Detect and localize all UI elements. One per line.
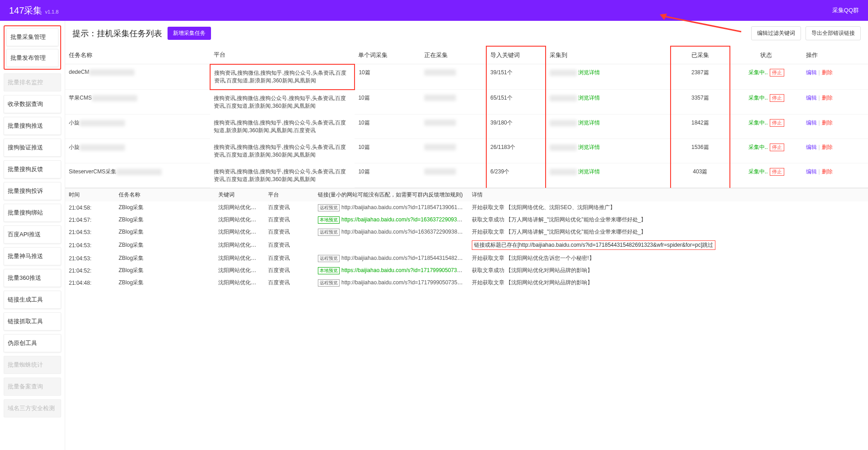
- col-per-word: 单个词采集: [355, 46, 420, 64]
- local-preview-badge[interactable]: 本地预览: [318, 267, 340, 274]
- delete-link[interactable]: 删除: [822, 168, 833, 175]
- sidebar-item-11[interactable]: 链接抓取工具: [4, 312, 61, 330]
- sidebar-item-3[interactable]: 搜狗验证推送: [4, 139, 61, 157]
- delete-link[interactable]: 删除: [822, 144, 833, 150]
- sidebar-item-1[interactable]: 收录数据查询: [4, 95, 61, 113]
- log-detail: 开始获取文章 【沈阳网站优化告诉您一个小秘密!】: [468, 252, 868, 264]
- cell-collect-to: xx 浏览详情: [546, 115, 671, 139]
- cell-status: 采集中..停止: [730, 163, 802, 188]
- browse-detail-link[interactable]: 浏览详情: [578, 95, 600, 101]
- log-row: 21:04:52:ZBlog采集沈阳网站优化价格百度资讯本地预览https://…: [65, 264, 868, 277]
- cell-status: 采集中..停止: [730, 90, 802, 115]
- remote-preview-badge[interactable]: 远程预览: [318, 279, 340, 287]
- sidebar-item-2[interactable]: 批量搜狗推送: [4, 117, 61, 135]
- log-platform: 百度资讯: [264, 201, 314, 214]
- page-title: 提示：挂机采集任务列表: [72, 28, 162, 39]
- cell-name: 小旋xxxx: [65, 139, 210, 163]
- col-keywords: 导入关键词: [486, 46, 546, 64]
- log-table: 时间 任务名称 关键词 平台 链接(量小的网站可能没有匹配，如需要可群内反馈增加…: [65, 188, 868, 289]
- qq-group-link[interactable]: 采集QQ群: [832, 7, 859, 14]
- sidebar-item-9[interactable]: 批量360推送: [4, 269, 61, 287]
- local-preview-badge[interactable]: 本地预览: [318, 216, 340, 224]
- log-detail-highlight: 链接或标题已存在[http://baijiahao.baidu.com/s?id…: [472, 240, 715, 250]
- stop-button[interactable]: 停止: [770, 119, 784, 127]
- stop-button[interactable]: 停止: [770, 94, 784, 102]
- cell-name: 苹果CMSxxxx: [65, 90, 210, 115]
- remote-preview-badge[interactable]: 远程预览: [318, 255, 340, 262]
- log-platform: 百度资讯: [264, 238, 314, 252]
- sidebar-item-8[interactable]: 批量神马推送: [4, 247, 61, 265]
- sidebar-item-0: 批量排名监控: [4, 73, 61, 91]
- log-detail: 开始获取文章 【万人网络讲解_"沈阳网站优化"能给企业带来哪些好处_】: [468, 226, 868, 238]
- log-detail: 开始获取文章 【沈阳网站优化对网站品牌的影响】: [468, 277, 868, 289]
- edit-link[interactable]: 编辑: [806, 95, 817, 101]
- toolbar: 提示：挂机采集任务列表 新增采集任务 编辑过滤关键词 导出全部错误链接: [65, 21, 868, 46]
- col-actions: 操作: [802, 46, 868, 64]
- log-time: 21:04:53:: [65, 226, 115, 238]
- edit-filter-button[interactable]: 编辑过滤关键词: [751, 26, 801, 40]
- cell-keywords: 65/151个: [486, 90, 546, 115]
- cell-perword: 10篇: [355, 139, 420, 163]
- sidebar-item-4[interactable]: 批量搜狗反馈: [4, 160, 61, 178]
- log-col-platform: 平台: [264, 188, 314, 201]
- log-platform: 百度资讯: [264, 226, 314, 238]
- log-col-detail: 详情: [468, 188, 868, 201]
- col-collecting: 正在采集: [421, 46, 486, 64]
- cell-collect-to: xx 浏览详情: [546, 90, 671, 115]
- edit-link[interactable]: 编辑: [806, 69, 817, 76]
- browse-detail-link[interactable]: 浏览详情: [578, 69, 600, 76]
- log-task: ZBlog采集: [115, 264, 215, 277]
- cell-status: 采集中..停止: [730, 139, 802, 163]
- main-content: 提示：挂机采集任务列表 新增采集任务 编辑过滤关键词 导出全部错误链接 任务名称…: [65, 21, 868, 450]
- sidebar-item-publish-manage[interactable]: 批量发布管理: [6, 49, 58, 67]
- cell-actions: 编辑|删除: [802, 163, 868, 188]
- sidebar-item-5[interactable]: 批量搜狗投诉: [4, 182, 61, 200]
- table-row: 苹果CMSxxxx搜狗资讯,搜狗微信,搜狗公众号,搜狗知乎,头条资讯,百度资讯,…: [65, 90, 868, 115]
- cell-platform: 搜狗资讯,搜狗微信,搜狗知乎,搜狗公众号,头条资讯,百度资讯,百度知道,新浪新闻…: [210, 163, 355, 188]
- cell-perword: 10篇: [355, 163, 420, 188]
- cell-collect-to: xx 浏览详情: [546, 139, 671, 163]
- cell-collect-to: xx 浏览详情: [546, 64, 671, 90]
- sidebar-item-10[interactable]: 链接生成工具: [4, 291, 61, 309]
- cell-perword: 10篇: [355, 115, 420, 139]
- new-task-button[interactable]: 新增采集任务: [168, 27, 211, 40]
- browse-detail-link[interactable]: 浏览详情: [578, 120, 600, 126]
- log-row: 21:04:53:ZBlog采集沈阳网站优化价格百度资讯链接或标题已存在[htt…: [65, 238, 868, 252]
- browse-detail-link[interactable]: 浏览详情: [578, 168, 600, 175]
- log-panel: 时间 任务名称 关键词 平台 链接(量小的网站可能没有匹配，如需要可群内反馈增加…: [65, 188, 868, 450]
- cell-collected: 1842篇: [671, 115, 730, 139]
- col-status: 状态: [730, 46, 802, 64]
- log-task: ZBlog采集: [115, 201, 215, 214]
- cell-collecting: xxx: [421, 115, 486, 139]
- log-detail: 链接或标题已存在[http://baijiahao.baidu.com/s?id…: [468, 238, 868, 252]
- delete-link[interactable]: 删除: [822, 69, 833, 76]
- log-col-link: 链接(量小的网站可能没有匹配，如需要可群内反馈增加规则): [314, 188, 468, 201]
- log-col-task: 任务名称: [115, 188, 215, 201]
- sidebar-item-7[interactable]: 百度API推送: [4, 225, 61, 244]
- col-platform: 平台: [210, 46, 355, 64]
- edit-link[interactable]: 编辑: [806, 120, 817, 126]
- sidebar-item-6[interactable]: 批量搜狗绑站: [4, 204, 61, 222]
- log-task: ZBlog采集: [115, 226, 215, 238]
- cell-name: SiteserverCMS采集xxxx: [65, 163, 210, 188]
- log-row: 21:04:53:ZBlog采集沈阳网站优化价格百度资讯远程预览http://b…: [65, 226, 868, 238]
- remote-preview-badge[interactable]: 远程预览: [318, 229, 340, 236]
- log-time: 21:04:57:: [65, 214, 115, 226]
- export-errors-button[interactable]: 导出全部错误链接: [806, 26, 861, 40]
- edit-link[interactable]: 编辑: [806, 168, 817, 175]
- remote-preview-badge[interactable]: 远程预览: [318, 204, 340, 211]
- delete-link[interactable]: 删除: [822, 95, 833, 101]
- stop-button[interactable]: 停止: [770, 144, 784, 151]
- sidebar-item-collect-manage[interactable]: 批量采集管理: [6, 28, 58, 46]
- stop-button[interactable]: 停止: [770, 168, 784, 176]
- delete-link[interactable]: 删除: [822, 120, 833, 126]
- browse-detail-link[interactable]: 浏览详情: [578, 144, 600, 150]
- log-time: 21:04:53:: [65, 252, 115, 264]
- log-detail: 获取文章成功 【沈阳网站优化对网站品牌的影响】: [468, 264, 868, 277]
- stop-button[interactable]: 停止: [770, 69, 784, 77]
- edit-link[interactable]: 编辑: [806, 144, 817, 150]
- cell-keywords: 39/180个: [486, 115, 546, 139]
- cell-platform: 搜狗资讯,搜狗微信,搜狗公众号,搜狗知乎,头条资讯,百度资讯,百度知道,新浪新闻…: [210, 90, 355, 115]
- cell-keywords: 6/239个: [486, 163, 546, 188]
- sidebar-item-12[interactable]: 伪原创工具: [4, 334, 61, 352]
